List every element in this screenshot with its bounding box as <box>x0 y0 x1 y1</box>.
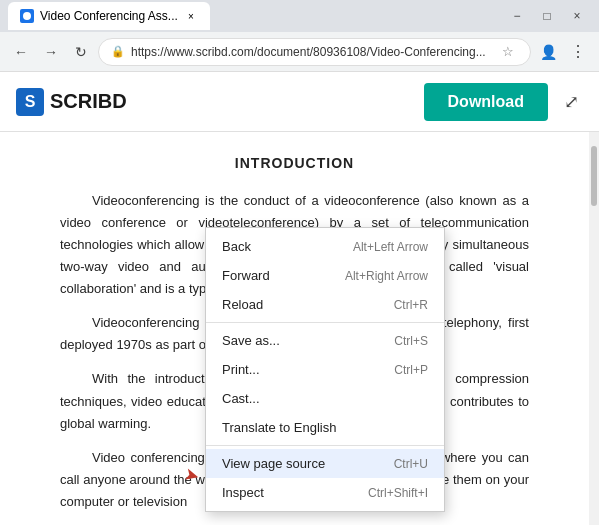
scribd-logo-text: SCRIBD <box>50 90 127 113</box>
context-menu-translate[interactable]: Translate to English <box>206 413 444 442</box>
scribd-logo-icon: S <box>16 88 44 116</box>
tab-close-button[interactable]: × <box>184 9 198 23</box>
context-menu-divider-2 <box>206 445 444 446</box>
scribd-logo: S SCRIBD <box>16 88 127 116</box>
scribd-header: S SCRIBD Download ⤢ <box>0 72 599 132</box>
title-bar: Video Conferencing Ass... × − □ × <box>0 0 599 32</box>
profile-icon[interactable]: 👤 <box>535 39 561 65</box>
browser-tab[interactable]: Video Conferencing Ass... × <box>8 2 210 30</box>
close-button[interactable]: × <box>563 2 591 30</box>
browser-menu-button[interactable]: ⋮ <box>565 39 591 65</box>
address-bar: ← → ↻ 🔒 https://www.scribd.com/document/… <box>0 32 599 72</box>
context-menu-print[interactable]: Print... Ctrl+P <box>206 355 444 384</box>
tab-favicon <box>20 9 34 23</box>
scrollbar[interactable] <box>589 132 599 525</box>
tab-title: Video Conferencing Ass... <box>40 9 178 23</box>
minimize-button[interactable]: − <box>503 2 531 30</box>
maximize-button[interactable]: □ <box>533 2 561 30</box>
context-menu-inspect[interactable]: Inspect Ctrl+Shift+I <box>206 478 444 507</box>
fullscreen-icon[interactable]: ⤢ <box>560 87 583 117</box>
svg-point-0 <box>23 12 31 20</box>
context-menu: Back Alt+Left Arrow Forward Alt+Right Ar… <box>205 227 445 512</box>
document-title: INTRODUCTION <box>60 152 529 176</box>
context-menu-divider-1 <box>206 322 444 323</box>
context-menu-save-as[interactable]: Save as... Ctrl+S <box>206 326 444 355</box>
context-menu-cast[interactable]: Cast... <box>206 384 444 413</box>
download-button[interactable]: Download <box>424 83 548 121</box>
scrollbar-thumb[interactable] <box>591 146 597 206</box>
context-menu-forward[interactable]: Forward Alt+Right Arrow <box>206 261 444 290</box>
context-menu-reload[interactable]: Reload Ctrl+R <box>206 290 444 319</box>
document-area: INTRODUCTION Videoconferencing is the co… <box>0 132 599 525</box>
url-text: https://www.scribd.com/document/80936108… <box>131 45 486 59</box>
url-bar[interactable]: 🔒 https://www.scribd.com/document/809361… <box>98 38 531 66</box>
window-controls: − □ × <box>503 2 591 30</box>
forward-button[interactable]: → <box>38 39 64 65</box>
bookmark-icon: ☆ <box>498 42 518 62</box>
lock-icon: 🔒 <box>111 45 125 58</box>
reload-button[interactable]: ↻ <box>68 39 94 65</box>
back-button[interactable]: ← <box>8 39 34 65</box>
context-menu-view-source[interactable]: View page source Ctrl+U ➤ <box>206 449 444 478</box>
context-menu-back[interactable]: Back Alt+Left Arrow <box>206 232 444 261</box>
